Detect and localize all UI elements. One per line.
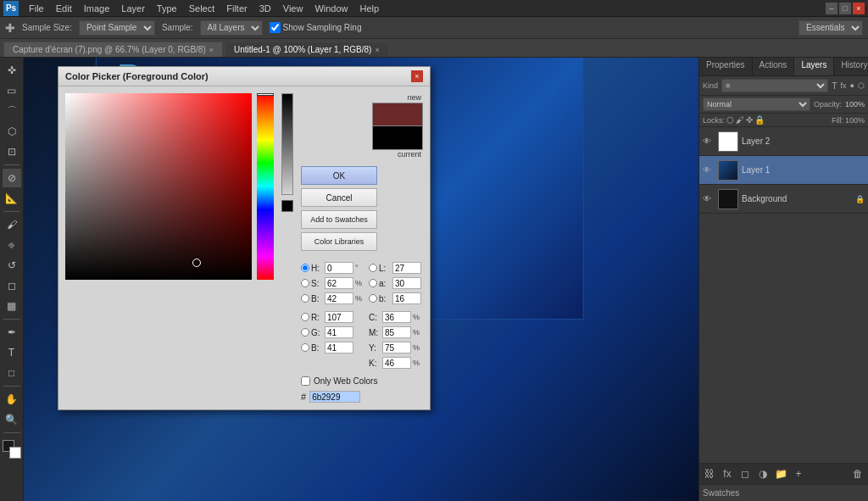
brush-tool[interactable]: 🖌: [3, 215, 21, 234]
lock-position-icon[interactable]: ✜: [746, 115, 753, 125]
add-mask-button[interactable]: ◻: [737, 466, 753, 482]
sample-select[interactable]: All Layers: [200, 20, 263, 36]
stamp-tool[interactable]: ⎆: [3, 236, 21, 254]
history-tab[interactable]: History: [834, 58, 868, 75]
history-brush-tool[interactable]: ↺: [3, 256, 21, 275]
red-input[interactable]: [325, 311, 353, 323]
b3-input[interactable]: [392, 292, 421, 304]
close-button[interactable]: ×: [853, 3, 865, 14]
ok-button[interactable]: OK: [301, 166, 377, 185]
saturation-input[interactable]: [325, 277, 353, 289]
gradient-tool[interactable]: ▦: [3, 297, 21, 315]
text-tool[interactable]: T: [3, 343, 21, 362]
crop-tool[interactable]: ⊡: [3, 142, 21, 161]
marquee-tool[interactable]: ▭: [3, 81, 21, 100]
layers-tab[interactable]: Layers: [794, 58, 834, 75]
only-web-colors-label: Only Web Colors: [314, 376, 377, 386]
menu-image[interactable]: Image: [79, 2, 115, 15]
menu-file[interactable]: File: [24, 2, 49, 15]
lock-transparent-icon[interactable]: ⬡: [726, 115, 734, 125]
menu-help[interactable]: Help: [355, 2, 385, 15]
eyedropper-tool[interactable]: ⊘: [3, 169, 21, 187]
red-radio[interactable]: [301, 313, 309, 321]
lock-all-icon[interactable]: 🔒: [754, 115, 765, 125]
link-layers-button[interactable]: ⛓: [702, 466, 717, 482]
layer-item-layer1[interactable]: 👁 Layer 1: [699, 156, 868, 185]
blue-radio[interactable]: [301, 343, 309, 352]
cancel-button[interactable]: Cancel: [301, 188, 377, 207]
blue-input[interactable]: [325, 342, 353, 353]
yellow-input[interactable]: [382, 342, 411, 353]
layer1-visibility-icon[interactable]: 👁: [703, 165, 715, 175]
black-input[interactable]: [382, 357, 411, 369]
shape-tool[interactable]: □: [3, 364, 21, 382]
layer-icon-adj[interactable]: ●: [850, 81, 854, 90]
hex-input[interactable]: [309, 391, 360, 403]
move-tool[interactable]: ✜: [3, 61, 21, 80]
add-to-swatches-button[interactable]: Add to Swatches: [301, 210, 377, 229]
saturation-radio[interactable]: [301, 279, 309, 287]
delete-layer-button[interactable]: 🗑: [850, 466, 865, 482]
color-gradient-square[interactable]: [65, 93, 252, 280]
background-color[interactable]: [9, 447, 21, 459]
l-radio[interactable]: [369, 264, 377, 272]
layer-icon-t[interactable]: T: [832, 81, 837, 91]
background-visibility-icon[interactable]: 👁: [703, 194, 715, 203]
lock-image-icon[interactable]: 🖌: [736, 115, 744, 125]
tab-2-close[interactable]: ×: [375, 46, 379, 54]
hue-slider-container[interactable]: [257, 93, 274, 280]
green-input[interactable]: [325, 326, 353, 338]
menu-edit[interactable]: Edit: [51, 2, 77, 15]
zoom-tool[interactable]: 🔍: [3, 410, 21, 429]
hand-tool[interactable]: ✋: [3, 390, 21, 409]
menu-type[interactable]: Type: [152, 2, 182, 15]
layer-item-background[interactable]: 👁 Background 🔒: [699, 185, 868, 214]
dialog-close-button[interactable]: ×: [411, 70, 423, 82]
maximize-button[interactable]: □: [839, 3, 851, 14]
workspace-select[interactable]: Essentials: [798, 20, 863, 36]
alpha-slider[interactable]: [281, 93, 293, 195]
properties-tab[interactable]: Properties: [699, 58, 753, 75]
only-web-colors-checkbox[interactable]: [301, 376, 310, 386]
blend-mode-select[interactable]: Normal: [703, 97, 810, 111]
color-libraries-button[interactable]: Color Libraries: [301, 232, 377, 251]
b3-radio[interactable]: [369, 294, 377, 303]
menu-window[interactable]: Window: [309, 2, 353, 15]
tab-1[interactable]: Capture d'écran (7).png @ 66.7% (Layer 0…: [3, 42, 223, 57]
add-layer-style-button[interactable]: fx: [720, 466, 735, 482]
layer-icon-smart[interactable]: ⬡: [858, 81, 865, 90]
green-radio[interactable]: [301, 328, 309, 337]
l-input[interactable]: [392, 262, 421, 274]
tab-1-close[interactable]: ×: [209, 46, 214, 54]
layer-item-layer2[interactable]: 👁 Layer 2: [699, 127, 868, 156]
magenta-input[interactable]: [382, 326, 411, 338]
brightness-input[interactable]: [325, 292, 353, 304]
layer-icon-fx[interactable]: fx: [841, 81, 847, 90]
menu-view[interactable]: View: [278, 2, 309, 15]
a-radio[interactable]: [369, 279, 377, 287]
minimize-button[interactable]: –: [826, 3, 837, 14]
new-group-button[interactable]: 📁: [773, 466, 788, 482]
cyan-input[interactable]: [382, 311, 411, 323]
brightness-radio[interactable]: [301, 294, 309, 303]
layer-kind-select[interactable]: ≡: [721, 79, 828, 92]
menu-layer[interactable]: Layer: [116, 2, 150, 15]
a-input[interactable]: [392, 277, 421, 289]
ruler-tool[interactable]: 📐: [3, 189, 21, 208]
layer2-visibility-icon[interactable]: 👁: [703, 136, 715, 146]
menu-filter[interactable]: Filter: [221, 2, 252, 15]
eraser-tool[interactable]: ◻: [3, 276, 21, 295]
new-adjustment-button[interactable]: ◑: [755, 466, 771, 482]
menu-3d[interactable]: 3D: [254, 2, 276, 15]
pen-tool[interactable]: ✒: [3, 323, 21, 342]
tab-2[interactable]: Untitled-1 @ 100% (Layer 1, RGB/8) ×: [225, 42, 389, 57]
sample-size-select[interactable]: Point Sample: [79, 20, 155, 36]
lasso-tool[interactable]: ⌒: [3, 102, 21, 120]
menu-select[interactable]: Select: [184, 2, 220, 15]
show-sampling-ring-checkbox[interactable]: [270, 22, 281, 33]
hue-input[interactable]: [325, 262, 353, 274]
new-layer-button[interactable]: +: [791, 466, 806, 482]
actions-tab[interactable]: Actions: [753, 58, 795, 75]
quick-select-tool[interactable]: ⬡: [3, 122, 21, 141]
hue-radio[interactable]: [301, 264, 309, 272]
